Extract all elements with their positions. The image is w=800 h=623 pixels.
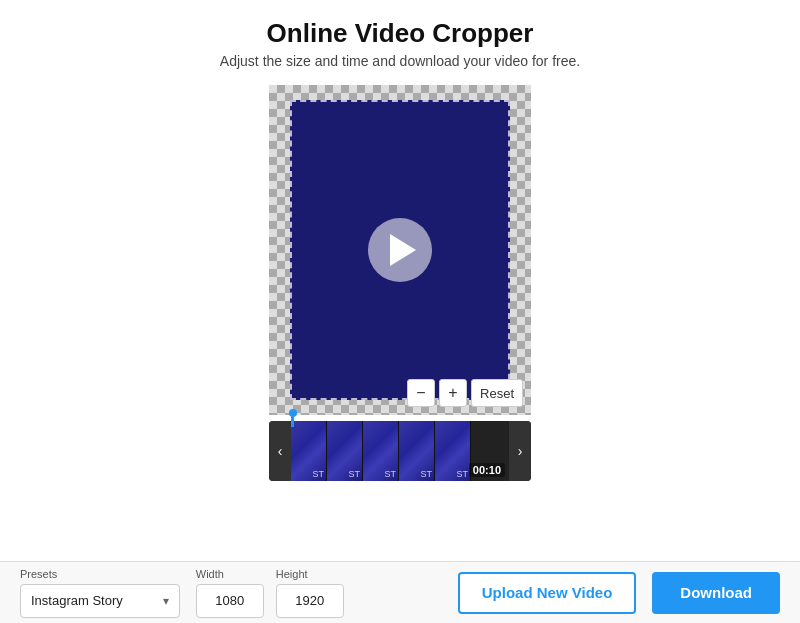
height-input[interactable] — [276, 584, 344, 618]
timeline-indicator — [291, 413, 294, 427]
video-inner — [290, 100, 510, 400]
zoom-in-button[interactable]: + — [439, 379, 467, 407]
zoom-out-button[interactable]: − — [407, 379, 435, 407]
presets-label: Presets — [20, 568, 180, 580]
reset-button[interactable]: Reset — [471, 379, 523, 407]
presets-group: Presets Instagram Story ▾ — [20, 568, 180, 618]
frame-label-1: ST — [312, 469, 324, 479]
frame-3: ST — [363, 421, 399, 481]
bottom-bar: Presets Instagram Story ▾ Width Height U… — [0, 561, 800, 623]
timeline[interactable]: ‹ ST ST ST ST ST 00:10 › — [269, 421, 531, 481]
presets-value: Instagram Story — [31, 593, 123, 608]
timeline-timestamp: 00:10 — [469, 463, 505, 477]
frame-5: ST — [435, 421, 471, 481]
timeline-next-arrow[interactable]: › — [509, 421, 531, 481]
height-group: Height — [276, 568, 344, 618]
height-label: Height — [276, 568, 344, 580]
frame-4: ST — [399, 421, 435, 481]
presets-select[interactable]: Instagram Story ▾ — [20, 584, 180, 618]
dimensions-row: Width Height — [196, 568, 344, 618]
zoom-controls: − + Reset — [407, 379, 523, 407]
frame-label-3: ST — [384, 469, 396, 479]
width-input[interactable] — [196, 584, 264, 618]
page-header: Online Video Cropper Adjust the size and… — [220, 18, 580, 69]
frame-label-2: ST — [348, 469, 360, 479]
play-button[interactable] — [368, 218, 432, 282]
frame-label-5: ST — [456, 469, 468, 479]
width-group: Width — [196, 568, 264, 618]
video-area: − + Reset ‹ ST ST ST ST ST 00:10 › — [269, 85, 531, 481]
chevron-down-icon: ▾ — [163, 594, 169, 608]
width-label: Width — [196, 568, 264, 580]
upload-new-video-button[interactable]: Upload New Video — [458, 572, 637, 614]
timeline-prev-arrow[interactable]: ‹ — [269, 421, 291, 481]
frame-label-4: ST — [420, 469, 432, 479]
download-button[interactable]: Download — [652, 572, 780, 614]
page-subtitle: Adjust the size and time and download yo… — [220, 53, 580, 69]
frame-1: ST — [291, 421, 327, 481]
timeline-area: ‹ ST ST ST ST ST 00:10 › — [269, 421, 531, 481]
page-title: Online Video Cropper — [220, 18, 580, 49]
frame-2: ST — [327, 421, 363, 481]
video-container: − + Reset — [269, 85, 531, 415]
